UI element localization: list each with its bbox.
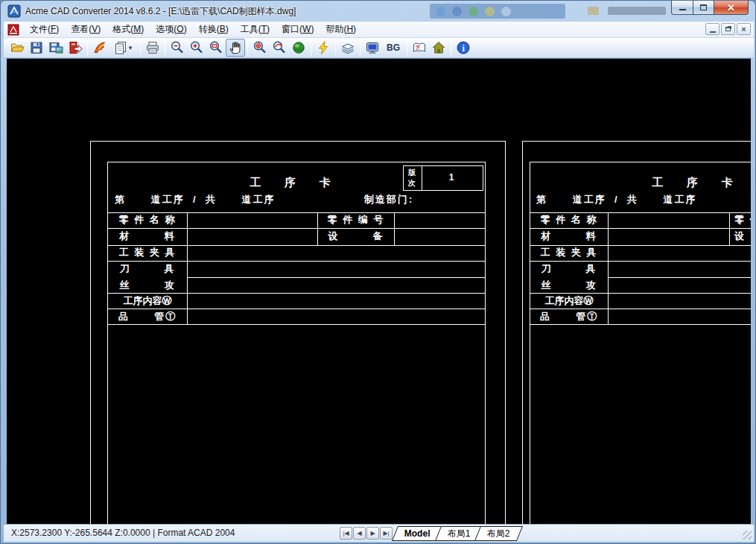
maximize-button[interactable] [693,1,714,15]
minimize-icon [679,9,686,10]
toolbar-separator [407,40,407,56]
menu-label: 查看( [71,24,92,34]
overlay-icon [468,7,478,16]
tab-layout2[interactable]: 布局2 [474,526,523,541]
menu-label: ) [353,24,356,34]
card-title: 工 序 卡 [619,177,751,188]
menu-item-help[interactable]: 帮助(H) [320,22,362,37]
first-sheet-button[interactable]: |◀ [340,527,352,540]
close-button[interactable]: ✕ [714,1,749,15]
save-icon [29,40,44,55]
menu-label: ) [98,24,101,34]
render-sphere-icon [291,40,306,55]
quality-label: 品 管Ⓣ [109,311,185,321]
zoom-in-icon [189,40,204,55]
mdi-close-button[interactable]: × [737,23,751,35]
next-sheet-button[interactable]: ▶ [366,527,379,540]
process-count-line: 第 道工序 / 共 道工序 [536,194,696,204]
save-image-icon [48,40,63,55]
drawing-canvas[interactable]: 工 序 卡 第 道工序 / 共 道工序 制造部门: 零 件 名 称 零 件 编 … [7,58,751,524]
part-name-label: 零 件 名 称 [531,215,607,224]
save-as-image-button[interactable] [46,39,66,57]
quality-label: 品 管Ⓣ [531,311,607,321]
resize-grip[interactable] [743,531,752,540]
toolbar-separator [311,40,311,56]
pages-icon [113,40,128,55]
menu-item-tools[interactable]: 工具(T) [235,22,276,37]
equipment-label: 设 备 [734,231,751,241]
help-book-icon: ? [412,40,427,55]
toolbar-separator [165,40,165,56]
process-content-label: 工序内容Ⓦ [531,296,607,306]
menu-item-options[interactable]: 选项(O) [150,22,192,37]
batch-convert-icon [92,40,107,55]
zoom-in-button[interactable] [187,39,206,57]
tray-icon [588,7,599,15]
material-label: 材 料 [109,231,185,241]
menu-label: ) [56,24,59,34]
monitor-icon [365,40,380,55]
multi-page-button[interactable]: ▾ [109,39,138,57]
menu-key: M [133,24,141,34]
document-icon [7,24,19,36]
render-button[interactable] [289,39,308,57]
info-icon: i [456,40,471,55]
pan-hand-icon [228,40,243,55]
export-icon [68,40,83,55]
coordinates-readout: X:2573.2300 Y:-265.5644 Z:0.0000 | Forma… [11,528,235,538]
zoom-previous-button[interactable] [270,39,289,57]
last-sheet-button[interactable]: ▶| [380,527,393,540]
part-name-label: 零 件 名 称 [109,215,185,224]
save-button[interactable] [27,39,46,57]
overlay-icon [452,7,462,16]
about-button[interactable]: i [454,39,473,57]
help-button[interactable]: ? [410,39,429,57]
print-button[interactable] [143,39,162,57]
zoom-window-button[interactable] [206,39,226,57]
menu-item-view[interactable]: 查看(V) [65,22,107,37]
zoom-out-button[interactable] [168,39,187,57]
menu-item-format[interactable]: 格式(M) [107,22,150,37]
toolbar-separator [140,40,141,56]
zoom-extents-icon [252,40,267,55]
process-content-label: 工序内容Ⓦ [109,296,185,306]
minimize-button[interactable] [671,1,693,15]
background-color-button[interactable]: BG [382,39,404,57]
dropdown-arrow-icon[interactable]: ▾ [127,44,134,51]
menu-key: T [261,24,267,34]
tray-text-blur [608,7,666,15]
mdi-restore-button[interactable] [721,23,735,35]
menu-label: 转换( [199,24,220,34]
overlay-icon-band [430,4,565,19]
explode-button[interactable] [314,39,333,57]
mdi-window-controls: × [705,23,751,35]
menu-key: B [220,24,226,34]
zoom-extents-button[interactable] [250,39,270,57]
layers-button[interactable] [338,39,358,57]
toolbar-separator [360,40,360,56]
export-button[interactable] [66,39,85,57]
menu-label: 格式( [112,24,133,34]
prev-sheet-button[interactable]: ◀ [353,527,366,540]
overlay-icon [501,7,511,16]
menu-key: O [177,24,183,34]
home-view-button[interactable] [429,39,448,57]
tab-label: 布局1 [447,527,470,541]
menu-label: 工具( [241,24,261,34]
mdi-minimize-button[interactable] [705,23,720,35]
card-title: 工 序 卡 [217,177,366,188]
material-label: 材 料 [531,231,607,241]
restore-icon [725,27,731,31]
pan-button[interactable] [226,39,245,57]
menu-label: ) [267,24,270,34]
display-settings-button[interactable] [363,39,382,57]
menu-item-convert[interactable]: 转换(B) [193,22,235,37]
part-number-label: 零 件 编 号 [734,215,751,224]
print-icon [145,40,160,55]
title-bar[interactable]: Acme CAD Converter 2014 v8.6.2 - [E:\迅雷下… [1,1,755,22]
menu-item-file[interactable]: 文件(F) [24,22,65,37]
menu-item-window[interactable]: 窗口(W) [276,22,320,37]
open-button[interactable] [7,39,27,57]
batch-convert-button[interactable] [90,39,109,57]
maximize-icon [700,4,707,10]
